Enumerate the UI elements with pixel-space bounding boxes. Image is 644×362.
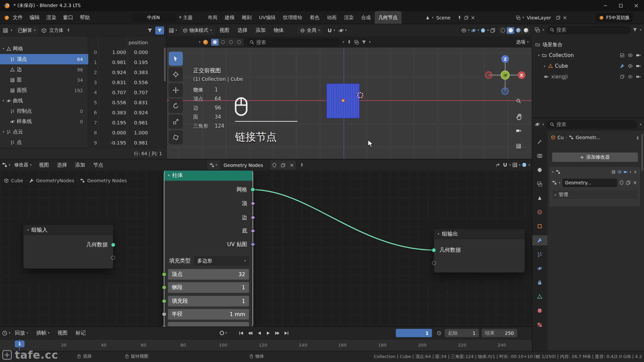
tool-variant-4[interactable] xyxy=(235,39,243,46)
tab-scene[interactable] xyxy=(532,193,547,203)
minimize-button[interactable] xyxy=(598,0,613,11)
virtual-input-socket[interactable] xyxy=(432,261,436,265)
tree-group-curve[interactable]: ▾曲线 xyxy=(0,96,88,106)
snap-grid-icon[interactable] xyxy=(512,162,518,168)
scene-selector[interactable]: ▾ Scene xyxy=(425,15,475,20)
gizmos-toggle-icon[interactable] xyxy=(471,28,476,33)
outliner-search-input[interactable] xyxy=(556,27,627,33)
edit-mode-toggle-icon[interactable] xyxy=(611,170,615,174)
copy-nodetree-button[interactable] xyxy=(279,161,287,170)
viewport-menu-object[interactable]: 物体 xyxy=(270,24,287,37)
tab-tool[interactable] xyxy=(532,137,547,147)
gizmo-neg-z[interactable] xyxy=(502,88,508,95)
column-header-position[interactable]: position xyxy=(99,38,148,48)
group-output-header[interactable]: ▾组输出 xyxy=(434,229,525,239)
breadcrumb-object[interactable]: Cube xyxy=(11,178,23,183)
workspace-tab-geometry-nodes[interactable]: 几何节点 xyxy=(375,11,401,24)
workspace-tab-paint[interactable]: 纹理喷绘 xyxy=(279,11,306,24)
overlays-toggle-icon[interactable] xyxy=(480,28,486,33)
workspace-tab-layout[interactable]: 布局 xyxy=(204,11,221,24)
lang-helper-button[interactable]: F5中英切换 xyxy=(596,13,633,22)
node-editor-icon[interactable] xyxy=(2,162,7,168)
timeline-menu-marker[interactable]: 标记 xyxy=(72,327,89,339)
outliner-search[interactable] xyxy=(546,26,631,34)
tab-particles[interactable] xyxy=(532,249,547,259)
cylinder-node-header[interactable]: ▾柱体 xyxy=(164,170,253,181)
object-origin-dot[interactable] xyxy=(342,99,344,102)
asset-library-icon[interactable] xyxy=(354,40,359,45)
chevron-down-icon[interactable]: ▾ xyxy=(345,29,347,32)
side-segments-input-socket[interactable] xyxy=(162,285,166,290)
tool-move[interactable] xyxy=(169,83,183,97)
xray-toggle-icon[interactable] xyxy=(490,28,495,33)
breadcrumb-modifier[interactable]: GeometryNodes xyxy=(36,178,74,183)
chevron-down-icon[interactable]: ▾ xyxy=(334,29,335,32)
cell-x[interactable]: 0.195 xyxy=(99,118,126,128)
cell-x[interactable]: 1.000 xyxy=(99,47,126,57)
cell-y[interactable]: 0.000 xyxy=(127,47,148,57)
manage-subpanel[interactable]: ▸ 管理 xyxy=(552,190,637,199)
filter-rows-icon[interactable] xyxy=(147,28,153,33)
spreadsheet-editor-icon[interactable] xyxy=(3,28,8,33)
frame-start-field[interactable]: 起始1 xyxy=(445,329,479,337)
node-menu-node[interactable]: 节点 xyxy=(90,159,107,171)
tool-cursor[interactable] xyxy=(169,67,183,81)
cell-y[interactable]: 0.707 xyxy=(127,87,148,98)
cell-y[interactable]: 0.981 xyxy=(127,138,148,148)
virtual-output-socket[interactable] xyxy=(111,256,115,260)
shading-solid-button[interactable] xyxy=(507,27,514,34)
group-output-node[interactable]: ▾组输出 几何数据 xyxy=(434,229,525,273)
cell-y[interactable]: 0.981 xyxy=(127,118,148,128)
outliner-camera[interactable]: xiangji xyxy=(532,72,644,82)
depth-slider-partial[interactable] xyxy=(168,322,249,327)
copy-icon[interactable] xyxy=(556,15,560,20)
chevron-down-icon[interactable]: ▾ xyxy=(27,229,29,232)
timeline-editor-icon[interactable] xyxy=(2,330,7,336)
menu-edit[interactable]: 编辑 xyxy=(26,11,43,24)
tab-render[interactable] xyxy=(532,151,547,161)
cell-x[interactable]: 0.981 xyxy=(99,57,126,67)
radius-slider[interactable]: 半径1 mm xyxy=(168,309,249,320)
group-input-node[interactable]: ▾组输入 几何数据 xyxy=(23,225,113,268)
viewport-canvas[interactable]: 正交前视图 (1) Collection | Cube 毫米 物体1 顶点64 … xyxy=(167,48,532,159)
eye-icon[interactable] xyxy=(628,64,633,68)
menu-help[interactable]: 帮助 xyxy=(76,11,93,24)
close-icon[interactable] xyxy=(471,15,475,20)
pin-icon[interactable] xyxy=(300,163,304,168)
collapse-icon[interactable]: ▾ xyxy=(199,41,201,44)
play-button[interactable] xyxy=(264,329,272,337)
tree-item-control-point[interactable]: 控制点0 xyxy=(0,106,88,116)
selectable-icon[interactable] xyxy=(620,74,625,79)
table-scrollbar[interactable] xyxy=(164,48,166,81)
timeline-ruler[interactable]: 20 40 60 80 100 120 140 160 180 200 220 … xyxy=(0,339,532,351)
tool-search[interactable] xyxy=(246,38,340,46)
fake-user-button[interactable] xyxy=(270,161,279,170)
eye-icon[interactable] xyxy=(628,53,633,58)
tree-group-pointcloud[interactable]: ▾点云 xyxy=(0,127,88,137)
filter-toggle-active[interactable] xyxy=(155,26,164,35)
visibility-icon[interactable] xyxy=(461,28,467,33)
tool-variant-3[interactable] xyxy=(227,39,235,46)
language-toggle[interactable]: 中/EN xyxy=(131,13,175,22)
overlays-icon[interactable] xyxy=(522,162,527,168)
orientation-dropdown[interactable]: 全局▾ xyxy=(297,26,323,35)
nodetree-name-field[interactable]: Geometry... xyxy=(562,179,617,187)
proportional-edit-icon[interactable] xyxy=(338,28,344,33)
next-keyframe-button[interactable] xyxy=(273,329,281,337)
cell-x[interactable]: 0.556 xyxy=(99,98,126,108)
breadcrumb-object[interactable]: Cu xyxy=(557,135,564,140)
cell-y[interactable]: 0.556 xyxy=(127,77,148,87)
camera-restrict-icon[interactable] xyxy=(636,53,641,58)
side-segments-slider[interactable]: 侧段1 xyxy=(168,282,249,293)
outliner-editor-icon[interactable] xyxy=(535,27,540,33)
cell-x[interactable]: 0.383 xyxy=(99,108,126,118)
modifier-wrench-icon[interactable] xyxy=(620,64,625,68)
chevron-down-icon[interactable]: ▾ xyxy=(438,233,439,236)
gizmo-neg-x[interactable] xyxy=(485,72,492,78)
current-frame-field[interactable]: 1 xyxy=(396,329,432,337)
menu-render[interactable]: 渲染 xyxy=(43,11,60,24)
cell-y[interactable]: 0.383 xyxy=(127,67,148,77)
prev-keyframe-button[interactable] xyxy=(246,329,254,337)
vertices-input-socket[interactable] xyxy=(162,272,166,277)
group-input-header[interactable]: ▾组输入 xyxy=(23,225,113,235)
